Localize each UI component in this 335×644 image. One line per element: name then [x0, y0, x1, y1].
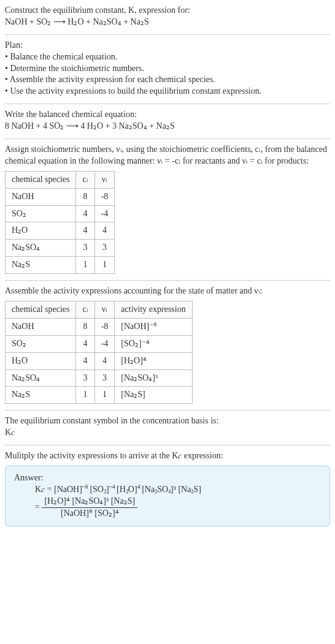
col-ci: cᵢ — [76, 301, 94, 319]
plan-item: • Assemble the activity expression for e… — [5, 74, 330, 86]
plan-item-text: Determine the stoichiometric numbers. — [10, 64, 144, 73]
fraction: [H₂O]⁴ [Na₂SO₄]³ [Na₂S] [NaOH]⁸ [SO₂]⁴ — [42, 496, 137, 520]
activity-section: Assemble the activity expressions accoun… — [5, 281, 330, 411]
plan-section: Plan: • Balance the chemical equation. •… — [5, 35, 330, 104]
stoich-heading: Assign stoichiometric numbers, νᵢ, using… — [5, 144, 330, 167]
balanced-heading: Write the balanced chemical equation: — [5, 109, 330, 121]
symbol-kc: K𝑐 — [5, 427, 330, 439]
col-vi: νᵢ — [94, 171, 115, 188]
table-row: NaOH8-8 — [6, 188, 115, 205]
stoich-section: Assign stoichiometric numbers, νᵢ, using… — [5, 139, 330, 281]
col-species: chemical species — [6, 301, 76, 319]
answer-box: Answer: K𝑐 = [NaOH]⁻⁸ [SO₂]⁻⁴ [H₂O]⁴ [Na… — [5, 466, 330, 526]
stoich-table: chemical species cᵢ νᵢ NaOH8-8 SO₂4-4 H₂… — [5, 171, 115, 274]
plan-heading: Plan: — [5, 40, 330, 51]
answer-fraction: = [H₂O]⁴ [Na₂SO₄]³ [Na₂S] [NaOH]⁸ [SO₂]⁴ — [14, 496, 321, 520]
table-header-row: chemical species cᵢ νᵢ — [6, 171, 115, 188]
plan-item: • Use the activity expressions to build … — [5, 86, 330, 97]
fraction-denominator: [NaOH]⁸ [SO₂]⁴ — [42, 508, 137, 520]
balanced-section: Write the balanced chemical equation: 8 … — [5, 104, 330, 139]
multiply-heading: Mulitply the activity expressions to arr… — [5, 450, 330, 462]
intro-equation: NaOH + SO₂ ⟶ H₂O + Na₂SO₄ + Na₂S — [5, 17, 330, 28]
plan-item: • Determine the stoichiometric numbers. — [5, 63, 330, 75]
table-row: H₂O44[H₂O]⁴ — [6, 352, 193, 369]
table-row: H₂O44 — [6, 222, 115, 240]
fraction-numerator: [H₂O]⁴ [Na₂SO₄]³ [Na₂S] — [42, 496, 137, 508]
col-species: chemical species — [6, 171, 76, 188]
multiply-section: Mulitply the activity expressions to arr… — [5, 445, 330, 532]
activity-heading: Assemble the activity expressions accoun… — [5, 286, 330, 297]
symbol-text: The equilibrium constant symbol in the c… — [5, 415, 330, 427]
col-activity-expr: activity expression — [115, 301, 192, 319]
table-row: Na₂SO₄33 — [6, 240, 115, 257]
col-vi: νᵢ — [94, 301, 115, 319]
table-row: Na₂S11[Na₂S] — [6, 387, 193, 404]
plan-item: • Balance the chemical equation. — [5, 51, 330, 63]
answer-label: Answer: — [14, 472, 321, 484]
table-row: SO₂4-4 — [6, 205, 115, 222]
table-row: Na₂SO₄33[Na₂SO₄]³ — [6, 369, 193, 387]
table-header-row: chemical species cᵢ νᵢ activity expressi… — [6, 301, 193, 319]
table-row: NaOH8-8[NaOH]⁻⁸ — [6, 318, 193, 335]
plan-item-text: Assemble the activity expression for eac… — [10, 75, 215, 84]
balanced-equation: 8 NaOH + 4 SO₂ ⟶ 4 H₂O + 3 Na₂SO₄ + Na₂S — [5, 121, 330, 132]
answer-flat: K𝑐 = [NaOH]⁻⁸ [SO₂]⁻⁴ [H₂O]⁴ [Na₂SO₄]³ [… — [14, 484, 321, 496]
plan-item-text: Use the activity expressions to build th… — [10, 86, 261, 96]
intro-text: Construct the equilibrium constant, K, e… — [5, 5, 330, 17]
table-row: Na₂S11 — [6, 257, 115, 274]
col-ci: cᵢ — [76, 171, 94, 188]
activity-table: chemical species cᵢ νᵢ activity expressi… — [5, 301, 193, 404]
symbol-section: The equilibrium constant symbol in the c… — [5, 411, 330, 445]
plan-item-text: Balance the chemical equation. — [10, 52, 117, 61]
intro-section: Construct the equilibrium constant, K, e… — [5, 5, 330, 35]
table-row: SO₂4-4[SO₂]⁻⁴ — [6, 335, 193, 352]
